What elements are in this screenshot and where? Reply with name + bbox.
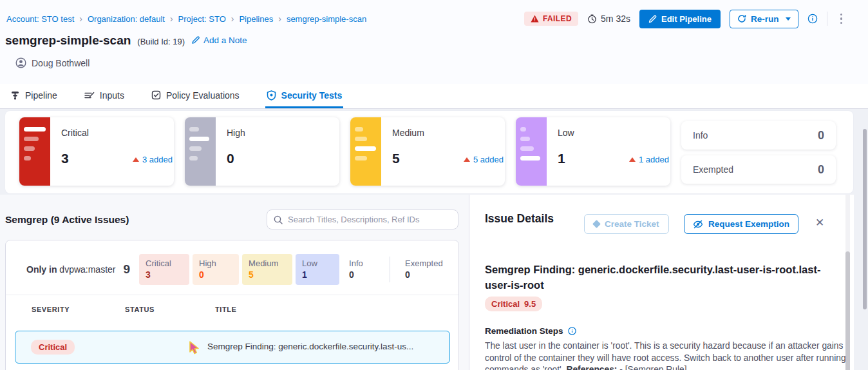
scanner-title: Semgrep (9 Active Issues) [5, 214, 129, 226]
rerun-button[interactable]: Re-run [730, 10, 798, 28]
edit-pipeline-label: Edit Pipeline [661, 14, 712, 24]
table-header: SEVERITY STATUS TITLE [6, 306, 458, 316]
severity-card-low[interactable]: Low 1 1 added [516, 117, 670, 186]
severity-card-medium[interactable]: Medium 5 5 added [350, 117, 505, 186]
add-note-label: Add a Note [203, 35, 247, 45]
issues-table-card: Only in dvpwa:master 9 Critical 3 High 0… [5, 240, 459, 370]
filter-pill-high[interactable]: High 0 [193, 254, 239, 285]
search-input[interactable] [288, 215, 451, 224]
status-text: FAILED [543, 14, 572, 23]
inputs-icon [84, 90, 95, 100]
info-summary-card[interactable]: Info 0 [681, 121, 836, 150]
ticket-icon [592, 220, 601, 228]
breadcrumb-pipelines[interactable]: Pipelines [239, 14, 273, 24]
tab-security-tests-label: Security Tests [281, 90, 343, 101]
exempted-summary-card[interactable]: Exempted 0 [681, 155, 836, 184]
remediation-heading: Remediation Steps [485, 326, 563, 336]
divider [827, 12, 827, 26]
column-header-severity: SEVERITY [32, 306, 70, 313]
severity-card-label: Medium [392, 128, 505, 138]
breadcrumb: Account: STO test › Organization: defaul… [6, 14, 366, 24]
breadcrumb-pipeline-name[interactable]: semgrep-simple-scan [287, 14, 366, 24]
panel-scrollbar-thumb[interactable] [845, 251, 850, 370]
severity-card-label: High [227, 128, 339, 138]
page-header: Account: STO test › Organization: defaul… [0, 0, 868, 109]
exempted-count: 0 [818, 163, 824, 177]
scope-target: dvpwa:master [59, 264, 115, 275]
policy-check-icon [151, 90, 161, 100]
issues-total-count: 9 [124, 262, 131, 277]
medium-severity-icon [350, 117, 381, 186]
filter-pill-exempted[interactable]: Exempted 0 [399, 254, 446, 285]
info-icon[interactable] [568, 327, 576, 335]
shield-icon [267, 90, 276, 101]
request-exemption-label: Request Exemption [708, 219, 789, 229]
column-header-status: STATUS [125, 306, 155, 313]
page-title: semgrep-simple-scan [5, 34, 131, 48]
breadcrumb-separator: › [79, 14, 82, 24]
severity-score: 9.5 [524, 299, 536, 309]
page-scrollbar-thumb[interactable] [863, 129, 867, 309]
more-options-menu[interactable] [836, 11, 847, 27]
pencil-icon [191, 35, 200, 44]
critical-severity-icon [19, 117, 50, 186]
divider [390, 257, 390, 282]
add-note-link[interactable]: Add a Note [191, 35, 247, 45]
info-icon[interactable] [807, 14, 818, 24]
severity-card-critical[interactable]: Critical 3 3 added [19, 117, 174, 186]
severity-card-label: Low [558, 128, 670, 138]
breadcrumb-project[interactable]: Project: STO [178, 14, 226, 24]
tab-security-tests[interactable]: Security Tests [265, 84, 344, 108]
tab-bar: Pipeline Inputs Policy Evaluations Secur… [0, 84, 868, 109]
divider [6, 295, 458, 295]
breadcrumb-separator: › [231, 14, 234, 24]
severity-card-count: 3 [61, 151, 69, 166]
eye-off-icon [693, 220, 703, 229]
user-avatar-icon [15, 57, 26, 68]
breadcrumb-account[interactable]: Account: STO test [6, 14, 74, 24]
triangle-up-icon [464, 157, 470, 162]
severity-label: Critical [491, 299, 520, 309]
severity-badge: Critical [31, 340, 75, 355]
tab-inputs-label: Inputs [100, 90, 124, 101]
edit-pipeline-button[interactable]: Edit Pipeline [639, 10, 721, 28]
close-icon[interactable]: ✕ [815, 216, 824, 229]
tab-pipeline[interactable]: Pipeline [9, 84, 59, 108]
chevron-down-icon[interactable] [786, 17, 791, 21]
triggered-by: Doug Bothwell [15, 57, 90, 68]
severity-card-high[interactable]: High 0 [185, 117, 339, 186]
column-header-title: TITLE [215, 306, 237, 313]
breadcrumb-separator: › [278, 14, 281, 24]
issue-details-pane: Issue Details Create Ticket Request Exem… [469, 195, 854, 370]
filter-pill-critical[interactable]: Critical 3 [139, 254, 189, 285]
create-ticket-label: Create Ticket [605, 219, 659, 229]
clock-icon [587, 14, 597, 24]
severity-score-badge: Critical 9.5 [485, 297, 542, 311]
severity-card-delta: 3 added [133, 155, 173, 164]
issue-title: Semgrep Finding: generic.dockerfile.secu… [207, 342, 413, 351]
remediation-text: The last user in the container is 'root'… [485, 340, 849, 370]
tab-policy-evaluations[interactable]: Policy Evaluations [150, 84, 241, 108]
tab-pipeline-label: Pipeline [25, 90, 57, 101]
breadcrumb-separator: › [170, 14, 173, 24]
severity-card-count: 1 [558, 151, 565, 166]
request-exemption-button[interactable]: Request Exemption [684, 214, 798, 234]
issues-search[interactable] [267, 209, 458, 229]
triangle-up-icon [629, 157, 636, 162]
create-ticket-button[interactable]: Create Ticket [584, 214, 669, 234]
severity-card-delta: 1 added [629, 155, 669, 164]
info-label: Info [693, 130, 818, 141]
filter-pill-low[interactable]: Low 1 [296, 254, 339, 285]
tab-inputs[interactable]: Inputs [83, 84, 126, 108]
references-label: References: [566, 365, 617, 370]
finding-title: Semgrep Finding: generic.dockerfile.secu… [485, 262, 825, 293]
exempted-label: Exempted [693, 164, 818, 175]
mouse-cursor [188, 341, 201, 355]
warning-triangle-icon [531, 15, 539, 23]
breadcrumb-organization[interactable]: Organization: default [88, 14, 165, 24]
table-row[interactable]: Critical Semgrep Finding: generic.docker… [15, 331, 450, 364]
issue-details-heading: Issue Details [485, 212, 554, 226]
filter-pill-info[interactable]: Info 0 [343, 254, 382, 285]
duration-text: 5m 32s [601, 14, 630, 24]
filter-pill-medium[interactable]: Medium 5 [242, 254, 292, 285]
